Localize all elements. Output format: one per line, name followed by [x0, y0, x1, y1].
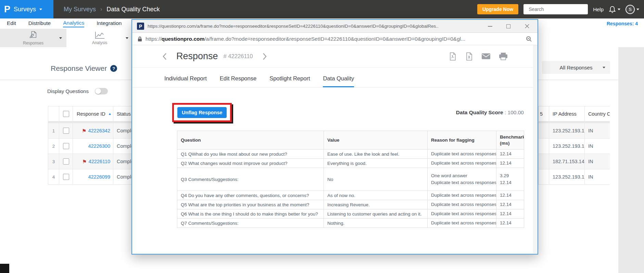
global-search[interactable] [523, 4, 588, 14]
nav-tab-distribute[interactable]: Distribute [28, 20, 51, 27]
row-index: 1 [48, 123, 59, 139]
nav-tab-integration[interactable]: Integration [97, 20, 122, 27]
row-index: 4 [48, 169, 59, 185]
flag-icon: ⚑ [82, 159, 87, 164]
breadcrumb-current: Data Quality Check [106, 6, 160, 13]
value-cell: Ease of use. Like the look and feel. [324, 150, 428, 159]
dq-table-row: Q3 Comments/Suggestions:NoOne word answe… [177, 168, 524, 191]
modal-tab-data-quality[interactable]: Data Quality [323, 75, 354, 87]
value-text: Ease of use. Like the look and feel. [327, 152, 424, 157]
breadcrumb-my-surveys[interactable]: My Surveys [64, 6, 96, 13]
row-checkbox[interactable] [63, 158, 69, 165]
print-button[interactable] [499, 53, 507, 60]
excel-file-icon: X [465, 52, 473, 61]
select-all-checkbox[interactable] [63, 111, 69, 117]
ip-address-cell: 123.252.193.148 [549, 169, 585, 185]
annotation-highlight-box: Unflag Response [172, 103, 232, 122]
help-question-icon[interactable]: ? [110, 65, 117, 72]
toolbar-responses-button[interactable]: Responses [0, 29, 66, 47]
address-bar[interactable]: https://questionpro.com/a/frame.do?mode=… [132, 33, 538, 45]
upgrade-now-button[interactable]: Upgrade Now [477, 4, 518, 14]
header-response-id-cell[interactable]: Response ID▲ [73, 106, 113, 121]
score-label: Data Quality Score [456, 109, 503, 115]
responses-count[interactable]: Responses: 4 [607, 21, 638, 26]
toggle-knob [95, 88, 101, 94]
data-quality-score: Data Quality Score : 100.00 [456, 109, 524, 116]
display-questions-toggle[interactable] [95, 88, 108, 94]
reason-text: Duplicate text across responses [431, 192, 493, 199]
modal-scrollbar[interactable] [533, 45, 538, 253]
question-text: Q2 What changes would most improve our p… [181, 161, 320, 166]
app-root: P Surveys My Surveys › Data Quality Chec… [0, 0, 644, 273]
email-button[interactable] [482, 53, 490, 59]
window-minimize-button[interactable] [488, 24, 492, 29]
modal-tab-spotlight-report[interactable]: Spotlight Report [269, 75, 310, 87]
chevron-down-icon [39, 9, 42, 10]
export-excel-button[interactable]: X [465, 52, 473, 61]
dq-table-row: Q1 QWhat do you like most about our new … [177, 150, 524, 159]
reason-text: Duplicate text across responses [431, 201, 493, 208]
pdf-file-icon [449, 52, 456, 61]
header-status-cell: Status [113, 106, 132, 121]
user-menu[interactable]: S [626, 5, 639, 14]
sort-asc-icon[interactable]: ▲ [108, 112, 112, 116]
chevron-down-icon [618, 9, 620, 10]
modal-tabs: Individual ReportEdit ResponseSpotlight … [132, 68, 538, 88]
response-filter-dropdown[interactable]: All Responses [542, 61, 610, 74]
reason-text: Duplicate text across responses [431, 151, 493, 157]
table-row: 182.71.153.146IN [539, 154, 610, 169]
benchmark-value: 12.14 [500, 179, 520, 186]
export-pdf-button[interactable] [449, 52, 456, 61]
notifications-menu[interactable] [609, 5, 620, 13]
row-checkbox[interactable] [63, 174, 69, 180]
table-row: 242226300Comple [48, 139, 132, 154]
page-title: Response Viewer ? [51, 64, 117, 73]
table-row: 123.252.193.148IN [539, 169, 610, 185]
window-close-button[interactable] [525, 24, 529, 29]
modal-tab-edit-response[interactable]: Edit Response [220, 75, 256, 87]
response-filter-value: All Responses [560, 65, 593, 70]
row-checkbox[interactable] [63, 143, 69, 149]
previous-response-button[interactable] [162, 53, 167, 60]
next-response-button[interactable] [263, 53, 267, 60]
surveys-product-menu[interactable]: P Surveys [0, 0, 53, 18]
response-id-link[interactable]: 42226099 [88, 174, 110, 180]
unflag-response-button[interactable]: Unflag Response [177, 107, 227, 118]
response-id-link[interactable]: 42226110 [89, 159, 110, 164]
row-index: 2 [48, 139, 59, 154]
modal-tab-individual-report[interactable]: Individual Report [164, 75, 207, 87]
nav-tab-edit[interactable]: Edit [7, 20, 16, 27]
window-title-bar[interactable]: P https://questionpro.com/a/frame.do?mod… [132, 20, 538, 33]
table-row: 442226099Comple [48, 169, 132, 185]
chevron-down-icon [126, 37, 128, 39]
dq-column-header: Value [324, 131, 428, 150]
help-link[interactable]: Help [593, 6, 604, 12]
header-index-cell [48, 106, 59, 121]
reason-cell: Duplicate text across responses [428, 191, 496, 200]
dq-header-row: QuestionValueReason for flaggingBenchmar… [177, 131, 524, 150]
nav-tab-analytics[interactable]: Analytics [63, 20, 84, 27]
value-text: As of now no. [327, 193, 424, 198]
response-id-link[interactable]: 42226300 [88, 143, 110, 149]
response-id-link[interactable]: 42226342 [88, 128, 110, 133]
response-id-cell: ⚑42226110 [73, 154, 113, 169]
response-editor-window: P https://questionpro.com/a/frame.do?mod… [131, 19, 538, 255]
header-clipped-cell: 5 [539, 106, 549, 121]
question-text: Q4 Do you have any other comments, quest… [181, 193, 320, 198]
toolbar-analysis-button[interactable]: Analysis [66, 29, 133, 47]
zoom-out-icon[interactable] [526, 36, 532, 42]
table-row: 1⚑42226342Comple [48, 123, 132, 139]
question-cell: Q2 What changes would most improve our p… [177, 159, 324, 168]
value-text: Everything is good. [327, 161, 424, 166]
row-checkbox[interactable] [63, 128, 69, 134]
value-text: Nothing. [327, 221, 424, 226]
benchmark-cell: 12.14 [496, 200, 524, 209]
clipped-cell [539, 139, 549, 154]
value-text: Listening to customer queries and acting… [327, 211, 424, 217]
search-input[interactable] [529, 6, 591, 12]
value-cell: Increasing Revenue. [324, 200, 428, 209]
value-text: Increasing Revenue. [327, 202, 424, 207]
window-title-text: https://questionpro.com/a/frame.do?mode=… [148, 24, 479, 29]
window-maximize-button[interactable] [506, 24, 511, 29]
display-questions-label: Display Questions [47, 88, 89, 94]
